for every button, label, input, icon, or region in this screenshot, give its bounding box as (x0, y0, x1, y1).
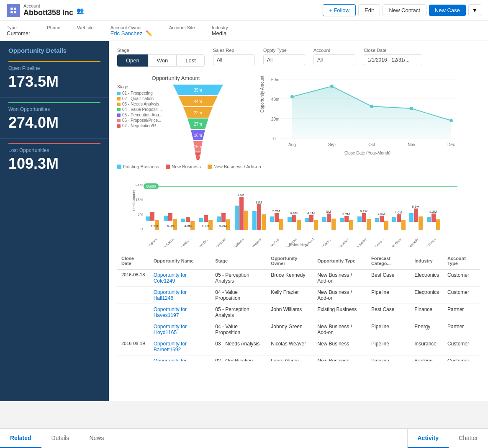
sales-rep-select[interactable]: All (213, 54, 255, 65)
cell-name[interactable]: Opportunity for Hall1246 (149, 287, 211, 304)
svg-rect-129 (436, 219, 440, 230)
table-row[interactable]: Opportunity for Bridges657 02 - Qualific… (117, 355, 480, 362)
table-row[interactable]: Opportunity for Lloyd1165 04 - Value Pro… (117, 321, 480, 338)
col-stage: Stage (211, 252, 267, 270)
table-row[interactable]: Opportunity for Hayes1197 05 - Perceptio… (117, 304, 480, 321)
owner-edit-icon[interactable]: ✏️ (146, 30, 152, 36)
svg-rect-122 (409, 213, 414, 222)
table-wrapper: Close Date Opportunity Name Stage Opport… (109, 252, 488, 361)
svg-point-38 (449, 119, 453, 122)
close-date-select[interactable]: 1/1/2016 - 12/31/... (364, 54, 422, 65)
svg-text:Doroth Gard...: Doroth Gard... (314, 237, 332, 247)
bar-eric-sanchez: 3.7M Eric Sanchez (333, 212, 353, 247)
account-info: Account Abbott358 Inc (23, 3, 73, 17)
owner-link[interactable]: Eric Sanchez (110, 30, 143, 36)
svg-text:Harold Camp...: Harold Camp... (366, 237, 385, 247)
cell-industry: Energy (410, 321, 443, 338)
industry-value: Media (212, 30, 226, 36)
svg-rect-52 (164, 216, 168, 221)
svg-text:0: 0 (273, 136, 276, 141)
header-actions: + Follow Edit New Contact New Case ▼ (323, 4, 481, 16)
svg-text:Aug: Aug (288, 142, 296, 147)
svg-rect-77 (252, 211, 257, 230)
svg-point-36 (370, 105, 373, 108)
svg-rect-63 (204, 215, 208, 222)
owner-field: Account Owner Eric Sanchez ✏️ (110, 25, 152, 36)
svg-text:40m: 40m (271, 97, 279, 102)
svg-rect-124 (419, 216, 423, 230)
tab-open[interactable]: Open (117, 54, 148, 67)
svg-rect-0 (10, 8, 13, 10)
svg-text:5.5M: 5.5M (272, 209, 280, 213)
col-account-type: Account Type (443, 252, 480, 270)
svg-rect-93 (309, 215, 313, 222)
svg-rect-104 (349, 220, 353, 230)
account-filter: Account All (313, 48, 355, 65)
col-type: Opportunity Type (313, 252, 367, 270)
close-date-filter: Close Date 1/1/2016 - 12/31/... (364, 48, 422, 65)
svg-text:4.6M: 4.6M (395, 211, 402, 214)
svg-text:16m: 16m (194, 133, 202, 138)
svg-text:Oct: Oct (368, 142, 375, 147)
account-label: Account (23, 3, 73, 8)
cell-date (117, 287, 149, 304)
tab-won[interactable]: Won (148, 54, 177, 67)
cell-name[interactable]: Opportunity for Bridges657 (149, 355, 211, 362)
new-contact-button[interactable]: New Contact (383, 4, 426, 16)
svg-marker-33 (292, 86, 451, 138)
legend-new: New Business (166, 164, 201, 169)
funnel-svg: 35m 44m 22m 27m 16m (171, 85, 225, 160)
oppty-type-select[interactable]: All (263, 54, 305, 65)
svg-text:5.3M: 5.3M (167, 224, 175, 228)
svg-text:6.2M: 6.2M (219, 224, 227, 228)
cell-name[interactable]: Opportunity for Cole1249 (149, 270, 211, 287)
svg-text:Sales Rep: Sales Rep (289, 242, 308, 247)
svg-point-34 (290, 95, 294, 98)
account-select[interactable]: All (313, 54, 355, 65)
svg-text:Dec: Dec (447, 142, 455, 147)
lost-label: Lost Opportunities (8, 147, 100, 153)
type-value: Customer (7, 30, 30, 36)
legend-03: 03 - Needs Analysis (117, 102, 167, 106)
svg-rect-98 (327, 214, 331, 222)
svg-text:Eric Sanchez: Eric Sanchez (333, 237, 350, 247)
industry-field: Industry Media (212, 25, 228, 36)
account-name: Abbott358 Inc (23, 8, 73, 17)
cell-name[interactable]: Opportunity for Lloyd1165 (149, 321, 211, 338)
type-label: Type (7, 25, 30, 30)
svg-text:0: 0 (141, 227, 143, 231)
cell-type: New Business / Add-on (313, 270, 367, 287)
svg-text:Bruce Kennedy: Bruce Kennedy (400, 237, 419, 247)
svg-rect-47 (146, 216, 150, 221)
new-case-button[interactable]: New Case (429, 5, 466, 16)
won-label: Won Opportunities (8, 106, 100, 112)
edit-button[interactable]: Edit (358, 4, 380, 16)
users-icon[interactable]: 👥 (77, 7, 84, 14)
table-row[interactable]: 2016-08-18 Opportunity for Cole1249 05 -… (117, 270, 480, 287)
bar-chart-svg: 0 8M 16M 24M Quota Total Amount 5.6M (117, 172, 480, 247)
table-row[interactable]: Opportunity for Hall1246 04 - Value Prop… (117, 287, 480, 304)
table-row[interactable]: 2016-08-19 Opportunity for Barnett1692 0… (117, 338, 480, 355)
cell-name[interactable]: Opportunity for Barnett1692 (149, 338, 211, 355)
type-field: Type Customer (7, 25, 30, 36)
site-label: Account Site (169, 25, 195, 30)
funnel-title: Opportunity Amount (117, 75, 234, 81)
cell-date: 2016-08-18 (117, 270, 149, 287)
app-header: Account Abbott358 Inc 👥 + Follow Edit Ne… (0, 0, 488, 21)
dropdown-button[interactable]: ▼ (468, 4, 481, 16)
tab-lost[interactable]: Lost (177, 54, 205, 67)
lost-value: 109.3M (8, 155, 100, 173)
pipeline-section: Open Pipeline 173.5M (0, 57, 109, 98)
svg-text:3.8M: 3.8M (378, 212, 385, 216)
legend-existing: Existing Business (117, 164, 159, 169)
cell-stage: 05 - Perception Analysis (211, 304, 267, 321)
follow-button[interactable]: + Follow (323, 4, 356, 16)
svg-text:Nov: Nov (408, 142, 415, 147)
svg-rect-58 (186, 217, 190, 222)
cell-forecast: Pipeline (367, 321, 410, 338)
cell-type: New Business / Add-on (313, 321, 367, 338)
cell-type: New Business (313, 338, 367, 355)
svg-text:35m: 35m (194, 88, 202, 93)
svg-rect-97 (322, 217, 326, 222)
cell-name[interactable]: Opportunity for Hayes1197 (149, 304, 211, 321)
